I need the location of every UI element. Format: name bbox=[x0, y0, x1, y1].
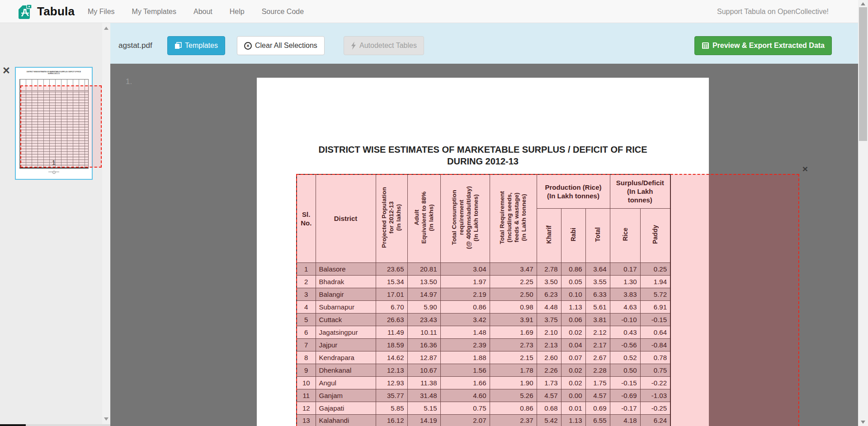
thumbnail-close-icon[interactable]: × bbox=[3, 65, 10, 77]
app-title: Tabula bbox=[37, 5, 75, 19]
pdf-title-line2: DURING 2012-13 bbox=[257, 155, 709, 167]
brand[interactable]: Tabula bbox=[17, 3, 75, 20]
thumbnail-title: DISTRICT WISE ESTIMATES OF MARKETABLE SU… bbox=[15, 71, 93, 75]
document-canvas: 1. DISTRICT WISE ESTIMATES OF MARKETABLE… bbox=[110, 64, 858, 426]
filename-label: agstat.pdf bbox=[118, 36, 152, 55]
nav-about[interactable]: About bbox=[193, 8, 212, 16]
scroll-up-icon[interactable] bbox=[104, 27, 108, 30]
selection-box[interactable]: × bbox=[296, 174, 799, 426]
nav-help[interactable]: Help bbox=[230, 8, 245, 16]
clear-label: Clear All Selections bbox=[255, 42, 317, 50]
clear-all-selections-button[interactable]: × Clear All Selections bbox=[237, 36, 325, 55]
nav-my-templates[interactable]: My Templates bbox=[132, 8, 176, 16]
thumbnail-page-mark bbox=[48, 172, 59, 174]
selection-close-icon[interactable]: × bbox=[802, 164, 808, 173]
scrollbar-up-icon[interactable] bbox=[861, 2, 865, 5]
pdf-title: DISTRICT WISE ESTIMATES OF MARKETABLE SU… bbox=[257, 144, 709, 167]
preview-export-button[interactable]: Preview & Export Extracted Data bbox=[694, 36, 832, 55]
thumbnail-selection-box[interactable] bbox=[20, 85, 102, 168]
tabula-app: Tabula My Files My Templates About Help … bbox=[0, 0, 868, 426]
horizontal-scroll-thumb[interactable] bbox=[0, 424, 26, 426]
pdf-title-line1: DISTRICT WISE ESTIMATES OF MARKETABLE SU… bbox=[257, 144, 709, 155]
export-label: Preview & Export Extracted Data bbox=[712, 42, 825, 50]
templates-icon bbox=[175, 42, 182, 49]
navbar: Tabula My Files My Templates About Help … bbox=[0, 0, 868, 23]
templates-button[interactable]: Templates bbox=[167, 36, 225, 55]
table-grid-icon bbox=[702, 42, 709, 49]
lightning-bolt-icon bbox=[351, 42, 356, 50]
tabula-logo-icon bbox=[17, 3, 33, 20]
sidebar-horizontal-scrollbar[interactable] bbox=[0, 424, 110, 426]
scrollbar-thumb[interactable] bbox=[859, 7, 867, 141]
support-link[interactable]: Support Tabula on OpenCollective! bbox=[717, 0, 829, 23]
scrollbar-down-icon[interactable] bbox=[861, 421, 865, 424]
nav-my-files[interactable]: My Files bbox=[88, 8, 115, 16]
autodetect-tables-button[interactable]: Autodetect Tables bbox=[344, 36, 424, 55]
thumbnail-page-number: 1 bbox=[15, 159, 93, 166]
templates-label: Templates bbox=[185, 42, 218, 50]
sidebar: × DISTRICT WISE ESTIMATES OF MARKETABLE … bbox=[0, 23, 110, 426]
scroll-down-icon[interactable] bbox=[104, 417, 108, 421]
nav-menu: My Files My Templates About Help Source … bbox=[88, 0, 304, 23]
page-scrollbar[interactable] bbox=[858, 0, 868, 426]
clear-selections-icon: × bbox=[244, 42, 252, 50]
toolbar: agstat.pdf Templates × Clear All Selecti… bbox=[110, 23, 858, 64]
page-number-label: 1. bbox=[126, 77, 132, 86]
sidebar-scrollbar[interactable] bbox=[102, 23, 110, 424]
nav-source-code[interactable]: Source Code bbox=[262, 8, 304, 16]
autodetect-label: Autodetect Tables bbox=[359, 42, 417, 50]
